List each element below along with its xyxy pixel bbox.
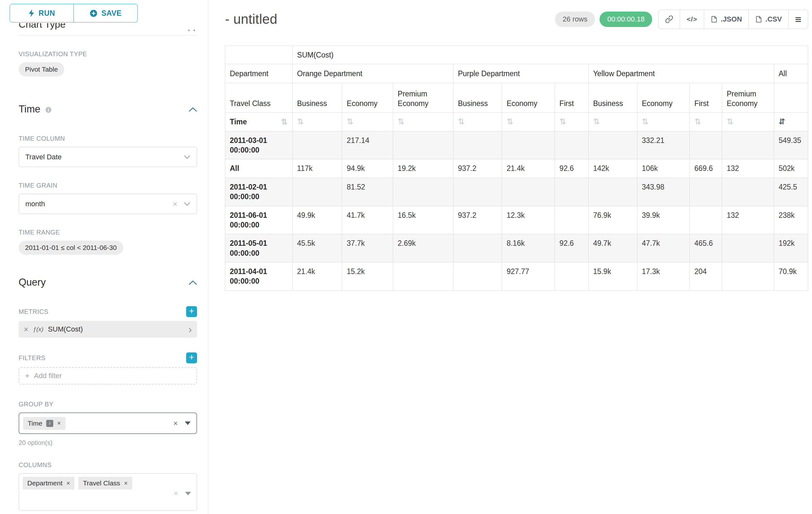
pivot-cell: 37.7k bbox=[342, 234, 393, 263]
chart-actions: 26 rows 00:00:00.18 </> bbox=[555, 10, 808, 29]
pivot-cell bbox=[690, 178, 722, 206]
menu-button[interactable]: ≡ bbox=[788, 10, 808, 29]
csv-label: .CSV bbox=[765, 15, 782, 23]
run-button[interactable]: RUN bbox=[10, 4, 74, 23]
sort-icon[interactable]: ⇅ bbox=[642, 117, 649, 126]
sort-icon[interactable]: ⇅ bbox=[458, 117, 465, 126]
metric-label: SUM(Cost) bbox=[48, 325, 83, 333]
pivot-cell bbox=[588, 178, 637, 206]
pivot-sort-cell: ⇅ bbox=[453, 113, 502, 131]
plus-icon: + bbox=[25, 371, 30, 380]
export-csv-button[interactable]: .CSV bbox=[749, 10, 789, 29]
add-metric-button[interactable]: + bbox=[186, 306, 197, 317]
pivot-cell: 49.9k bbox=[292, 206, 342, 234]
pivot-cell bbox=[722, 234, 774, 263]
sort-icon[interactable]: ⇅ bbox=[398, 117, 404, 126]
columns-select[interactable]: Department×Travel Class× × bbox=[19, 473, 197, 511]
pivot-sort-cell: ⇅ bbox=[292, 113, 342, 131]
sort-icon[interactable]: ⇅ bbox=[347, 117, 353, 126]
embed-code-button[interactable]: </> bbox=[680, 10, 704, 29]
sort-icon[interactable]: ⇅ bbox=[506, 117, 513, 126]
pivot-cell bbox=[292, 178, 342, 206]
tag-remove-icon[interactable]: × bbox=[66, 480, 70, 487]
share-link-button[interactable] bbox=[658, 10, 680, 29]
pivot-cell: 92.6 bbox=[555, 234, 589, 263]
tag-remove-icon[interactable]: × bbox=[124, 480, 128, 487]
clear-icon[interactable]: × bbox=[174, 490, 178, 497]
pivot-cell bbox=[453, 178, 502, 206]
group-by-label: GROUP BY bbox=[19, 401, 197, 408]
pivot-class-header: First bbox=[555, 83, 589, 113]
pivot-cell bbox=[690, 206, 722, 234]
divider bbox=[19, 35, 197, 36]
add-filter-box[interactable]: + Add filter bbox=[19, 367, 197, 384]
pivot-cell: 12.3k bbox=[502, 206, 555, 234]
clear-icon[interactable]: × bbox=[173, 200, 177, 208]
pivot-row: 2011-04-01 00:00:0021.4k15.2k927.7715.9k… bbox=[225, 262, 808, 290]
add-filter-plus-button[interactable]: + bbox=[186, 352, 197, 363]
time-grain-select[interactable]: month × bbox=[19, 194, 197, 214]
time-range-value[interactable]: 2011-01-01 ≤ col < 2011-06-30 bbox=[19, 241, 123, 255]
tag-remove-icon[interactable]: × bbox=[57, 420, 61, 427]
app-window: RUN SAVE Chart Type VISUALIZATION TYPE P… bbox=[0, 0, 812, 514]
pivot-sort-cell: ⇵ bbox=[774, 113, 808, 131]
metrics-label: METRICS bbox=[19, 308, 49, 316]
pivot-cell bbox=[588, 131, 637, 159]
sort-icon[interactable]: ⇅ bbox=[727, 117, 733, 126]
time-section-title: Time bbox=[19, 104, 40, 115]
pivot-cell: 47.7k bbox=[637, 234, 690, 263]
pivot-subcol-dimension-label: Travel Class bbox=[225, 83, 293, 113]
query-section-header: Query bbox=[19, 277, 197, 288]
export-json-button[interactable]: .JSON bbox=[704, 10, 749, 29]
pivot-cell bbox=[393, 262, 454, 290]
sort-icon[interactable]: ⇅ bbox=[281, 118, 288, 126]
save-button[interactable]: SAVE bbox=[74, 4, 138, 23]
pivot-cell bbox=[722, 178, 774, 206]
pivot-cell: 76.9k bbox=[588, 206, 637, 234]
clear-icon[interactable]: × bbox=[173, 420, 178, 427]
save-label: SAVE bbox=[102, 9, 122, 18]
pivot-row-header: 2011-03-01 00:00:00 bbox=[225, 131, 293, 159]
add-filter-placeholder: Add filter bbox=[34, 372, 62, 380]
pivot-class-header bbox=[774, 83, 808, 113]
value-tag[interactable]: Timei× bbox=[23, 417, 65, 430]
remove-metric-icon[interactable]: × bbox=[24, 325, 29, 334]
visualization-type-value[interactable]: Pivot Table bbox=[19, 62, 64, 77]
sort-icon[interactable]: ⇅ bbox=[694, 117, 701, 126]
pivot-row-header: 2011-05-01 00:00:00 bbox=[225, 234, 293, 263]
caret-down-icon bbox=[185, 422, 191, 425]
tag-info-icon[interactable]: i bbox=[46, 420, 53, 427]
pivot-cell: 192k bbox=[774, 234, 808, 263]
group-by-select[interactable]: Timei× × bbox=[19, 412, 197, 434]
select-value: month bbox=[25, 200, 45, 208]
chevron-up-icon[interactable] bbox=[189, 107, 197, 112]
time-column-label: TIME COLUMN bbox=[19, 135, 197, 142]
pivot-row-header: 2011-04-01 00:00:00 bbox=[225, 262, 293, 290]
time-column-select[interactable]: Travel Date bbox=[19, 147, 197, 167]
sort-descending-icon[interactable]: ⇵ bbox=[779, 117, 785, 126]
chevron-right-icon[interactable]: › bbox=[188, 324, 192, 334]
value-tag[interactable]: Travel Class× bbox=[78, 477, 132, 490]
pivot-sort-cell: ⇅ bbox=[393, 113, 454, 131]
metric-item[interactable]: × ƒ(x) SUM(Cost) › bbox=[19, 321, 197, 337]
pivot-cell: 549.35 bbox=[774, 131, 808, 159]
value-tag[interactable]: Department× bbox=[23, 477, 75, 490]
pivot-cell: 937.2 bbox=[453, 206, 502, 234]
time-section-header: Time bbox=[19, 104, 197, 115]
pivot-cell bbox=[292, 131, 342, 159]
pivot-group-header: All bbox=[774, 64, 808, 83]
chart-type-heading: Chart Type bbox=[19, 23, 197, 30]
time-grain-control: TIME GRAIN month × bbox=[19, 182, 197, 214]
run-label: RUN bbox=[38, 9, 55, 18]
pivot-sort-cell: ⇅ bbox=[690, 113, 722, 131]
pivot-row-header: All bbox=[225, 159, 293, 178]
collapse-chevron-clipped-icon[interactable] bbox=[188, 30, 195, 31]
chevron-up-icon[interactable] bbox=[189, 280, 197, 285]
pivot-cell: 106k bbox=[637, 159, 690, 178]
pivot-cell bbox=[453, 131, 502, 159]
sort-icon[interactable]: ⇅ bbox=[297, 117, 304, 126]
sort-icon[interactable]: ⇅ bbox=[593, 117, 600, 126]
time-range-label: TIME RANGE bbox=[19, 229, 197, 236]
control-panel: RUN SAVE Chart Type VISUALIZATION TYPE P… bbox=[0, 0, 208, 514]
sort-icon[interactable]: ⇅ bbox=[559, 117, 566, 126]
